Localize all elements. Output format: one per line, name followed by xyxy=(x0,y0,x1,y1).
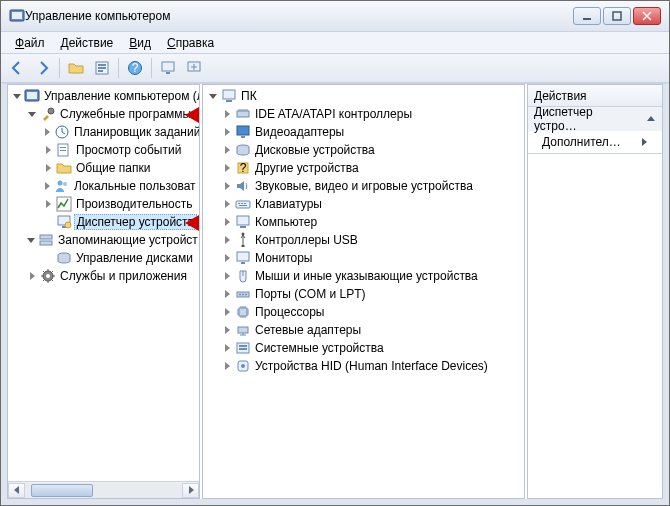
forward-icon[interactable] xyxy=(31,56,55,80)
tree-toggle[interactable] xyxy=(221,108,233,120)
system-icon xyxy=(235,340,251,356)
tree-toggle[interactable] xyxy=(221,234,233,246)
services-icon xyxy=(40,268,56,284)
actions-group-header[interactable]: Диспетчер устро… xyxy=(528,107,662,131)
tree-toggle[interactable] xyxy=(26,234,36,246)
nav-hscroll[interactable] xyxy=(8,481,199,498)
svg-marker-81 xyxy=(225,326,230,334)
svg-marker-47 xyxy=(225,110,230,118)
svg-rect-5 xyxy=(98,64,106,66)
tree-toggle[interactable] xyxy=(42,126,52,138)
minimize-button[interactable] xyxy=(573,7,601,25)
help-icon[interactable]: ? xyxy=(123,56,147,80)
device-category[interactable]: Процессоры xyxy=(205,303,524,321)
computer-icon xyxy=(235,214,251,230)
tree-toggle[interactable] xyxy=(221,288,233,300)
device-category[interactable]: Устройства HID (Human Interface Devices) xyxy=(205,357,524,375)
nav-tree[interactable]: Управление компьютером (л Служебные прог… xyxy=(8,85,199,481)
tree-toggle[interactable] xyxy=(221,360,233,372)
hid-icon xyxy=(235,358,251,374)
device-category[interactable]: Порты (COM и LPT) xyxy=(205,285,524,303)
tree-toggle[interactable] xyxy=(42,162,54,174)
show-hidden-icon[interactable] xyxy=(182,56,206,80)
back-icon[interactable] xyxy=(5,56,29,80)
window-title: Управление компьютером xyxy=(25,9,573,23)
device-category[interactable]: Сетевые адаптеры xyxy=(205,321,524,339)
device-category[interactable]: Мониторы xyxy=(205,249,524,267)
actions-more-link[interactable]: Дополнител… xyxy=(528,131,662,153)
tree-toggle[interactable] xyxy=(221,162,233,174)
nav-item[interactable]: Планировщик заданий xyxy=(10,123,199,141)
svg-rect-10 xyxy=(162,62,174,71)
device-category[interactable]: IDE ATA/ATAPI контроллеры xyxy=(205,105,524,123)
svg-marker-73 xyxy=(225,272,230,280)
device-category[interactable]: Контроллеры USB xyxy=(205,231,524,249)
nav-item[interactable]: Просмотр событий xyxy=(10,141,199,159)
tree-item-label: Управление дисками xyxy=(74,251,195,265)
scroll-track[interactable] xyxy=(25,483,182,498)
device-category[interactable]: Системные устройства xyxy=(205,339,524,357)
nav-item[interactable]: Локальные пользоват xyxy=(10,177,199,195)
nav-node[interactable]: Запоминающие устройст xyxy=(10,231,199,249)
device-category[interactable]: Видеоадаптеры xyxy=(205,123,524,141)
scroll-thumb[interactable] xyxy=(31,484,93,497)
device-category[interactable]: Мыши и иные указывающие устройства xyxy=(205,267,524,285)
tree-item-label: Сетевые адаптеры xyxy=(253,323,363,337)
network-icon xyxy=(235,322,251,338)
nav-node[interactable]: Служебные программы xyxy=(10,105,199,123)
menu-view[interactable]: Вид xyxy=(121,34,159,52)
tree-toggle[interactable] xyxy=(221,252,233,264)
svg-rect-85 xyxy=(239,345,247,347)
svg-rect-66 xyxy=(240,226,246,228)
device-category[interactable]: Звуковые, видео и игровые устройства xyxy=(205,177,524,195)
tree-toggle[interactable] xyxy=(26,108,38,120)
tree-toggle[interactable] xyxy=(207,90,219,102)
tree-toggle[interactable] xyxy=(221,324,233,336)
device-tree[interactable]: ПК IDE ATA/ATAPI контроллеры Видеоадапте… xyxy=(203,85,524,498)
tree-toggle[interactable] xyxy=(221,342,233,354)
tree-item-label: Устройства HID (Human Interface Devices) xyxy=(253,359,490,373)
maximize-button[interactable] xyxy=(603,7,631,25)
menu-help[interactable]: Справка xyxy=(159,34,222,52)
tree-toggle[interactable] xyxy=(221,216,233,228)
device-category[interactable]: Дисковые устройства xyxy=(205,141,524,159)
tree-toggle[interactable] xyxy=(221,198,233,210)
tree-toggle[interactable] xyxy=(12,90,22,102)
properties-icon[interactable] xyxy=(90,56,114,80)
tree-toggle[interactable] xyxy=(221,126,233,138)
devices-view-icon[interactable] xyxy=(156,56,180,80)
close-button[interactable] xyxy=(633,7,661,25)
device-root[interactable]: ПК xyxy=(205,87,524,105)
annotation-arrow xyxy=(185,105,199,125)
scroll-right-button[interactable] xyxy=(182,483,199,498)
tree-toggle[interactable] xyxy=(26,270,38,282)
folder-icon[interactable] xyxy=(64,56,88,80)
nav-item[interactable]: Производительность xyxy=(10,195,199,213)
device-category[interactable]: Компьютер xyxy=(205,213,524,231)
tree-toggle[interactable] xyxy=(42,144,54,156)
titlebar: Управление компьютером xyxy=(1,1,669,31)
device-category[interactable]: Клавиатуры xyxy=(205,195,524,213)
nav-item[interactable]: Общие папки xyxy=(10,159,199,177)
menu-file[interactable]: Файл xyxy=(7,34,53,52)
scroll-left-button[interactable] xyxy=(8,483,25,498)
tree-toggle[interactable] xyxy=(221,270,233,282)
app-icon xyxy=(9,8,25,24)
device-category[interactable]: ? Другие устройства xyxy=(205,159,524,177)
tree-toggle[interactable] xyxy=(42,198,54,210)
svg-rect-86 xyxy=(239,348,247,350)
tree-item-label: Контроллеры USB xyxy=(253,233,360,247)
mmc-icon xyxy=(24,88,40,104)
nav-item[interactable]: Управление дисками xyxy=(10,249,199,267)
tree-toggle[interactable] xyxy=(221,306,233,318)
sound-icon xyxy=(235,178,251,194)
nav-item[interactable]: Диспетчер устройств xyxy=(10,213,199,231)
nav-root[interactable]: Управление компьютером (л xyxy=(10,87,199,105)
tree-toggle[interactable] xyxy=(221,144,233,156)
menu-action[interactable]: Действие xyxy=(53,34,122,52)
svg-rect-2 xyxy=(583,18,591,20)
tree-toggle[interactable] xyxy=(221,180,233,192)
svg-marker-16 xyxy=(28,112,36,117)
nav-node[interactable]: Службы и приложения xyxy=(10,267,199,285)
tree-toggle[interactable] xyxy=(42,180,52,192)
